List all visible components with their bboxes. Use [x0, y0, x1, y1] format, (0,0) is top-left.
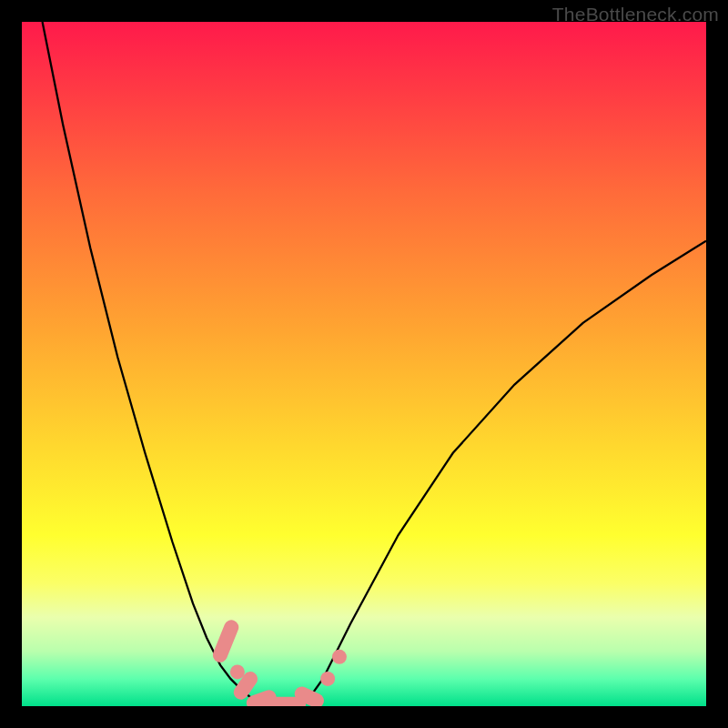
marker-dot [230, 664, 245, 679]
bottleneck-curve-plot [22, 22, 706, 706]
marker-pill [211, 618, 241, 664]
marker-dot [332, 650, 347, 664]
marker-layer [211, 618, 347, 706]
watermark-text: TheBottleneck.com [552, 4, 719, 25]
chart-frame [22, 22, 706, 706]
marker-dot [320, 672, 335, 686]
bottleneck-curve [43, 22, 706, 705]
